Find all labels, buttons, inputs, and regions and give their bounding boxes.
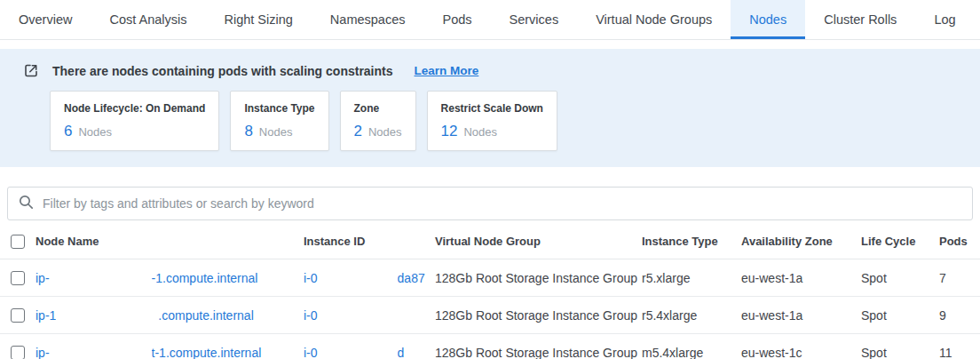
banner-message: There are nodes containing pods with sca… (52, 64, 393, 78)
card-count: 6 (64, 123, 72, 140)
search-icon (19, 195, 34, 213)
card-count: 12 (441, 123, 458, 140)
redacted-text (318, 268, 398, 288)
node-name-suffix: .compute.internal (158, 308, 253, 323)
redacted-text (50, 343, 152, 359)
redacted-text (318, 306, 398, 325)
node-name-prefix: ip- (36, 271, 50, 285)
column-header-node-name[interactable]: Node Name (36, 235, 304, 248)
instance-id-prefix: i-0 (304, 308, 318, 323)
card-title: Node Lifecycle: On Demand (64, 102, 205, 115)
tab-overview[interactable]: Overview (0, 0, 91, 39)
availability-zone-cell: eu-west-1c (741, 346, 861, 359)
virtual-node-group-cell: 128Gb Root Storage Instance Group (435, 308, 642, 323)
scale-up-arrow-icon (23, 62, 40, 79)
table-row[interactable]: ip-1 .compute.internal i-0 128Gb Root St… (0, 297, 980, 334)
redacted-text (56, 306, 158, 325)
availability-zone-cell: eu-west-1a (741, 271, 861, 285)
tab-cost-analysis[interactable]: Cost Analysis (91, 0, 205, 39)
card-title: Zone (354, 102, 402, 115)
node-name-suffix: t-1.compute.internal (152, 346, 262, 359)
card-unit: Nodes (368, 125, 402, 139)
instance-id-link[interactable]: i-0 d (304, 346, 435, 359)
node-name-prefix: ip- (36, 346, 50, 359)
virtual-node-group-cell: 128Gb Root Storage Instance Group (435, 271, 642, 285)
instance-id-suffix: da87 (398, 271, 425, 285)
pods-cell: 11 (939, 346, 980, 359)
table-header-row: Node Name Instance ID Virtual Node Group… (0, 224, 980, 259)
row-checkbox[interactable] (11, 271, 25, 285)
life-cycle-cell: Spot (861, 346, 939, 359)
tab-nodes[interactable]: Nodes (731, 0, 805, 39)
search-input[interactable] (43, 196, 961, 211)
column-header-virtual-node-group[interactable]: Virtual Node Group (435, 235, 642, 248)
instance-id-prefix: i-0 (304, 271, 318, 285)
column-header-instance-type[interactable]: Instance Type (642, 235, 741, 248)
column-header-pods[interactable]: Pods (939, 235, 980, 248)
life-cycle-cell: Spot (861, 308, 939, 323)
scaling-constraints-banner: There are nodes containing pods with sca… (0, 49, 980, 167)
pods-cell: 9 (939, 308, 980, 323)
instance-type-cell: m5.4xlarge (642, 346, 741, 359)
instance-type-cell: r5.xlarge (642, 271, 741, 285)
redacted-text (50, 268, 152, 288)
instance-id-link[interactable]: i-0 (304, 308, 435, 323)
life-cycle-cell: Spot (861, 271, 939, 285)
node-name-link[interactable]: ip- -1.compute.internal (36, 271, 304, 285)
card-instance-type[interactable]: Instance Type 8 Nodes (230, 91, 328, 151)
card-unit: Nodes (78, 125, 112, 139)
row-checkbox[interactable] (11, 308, 25, 323)
tab-log[interactable]: Log (915, 0, 974, 39)
card-node-lifecycle-on-demand[interactable]: Node Lifecycle: On Demand 6 Nodes (50, 91, 219, 151)
row-checkbox[interactable] (11, 346, 25, 359)
tab-cluster-rolls[interactable]: Cluster Rolls (805, 0, 915, 39)
table-row[interactable]: ip- t-1.compute.internal i-0 d 128Gb Roo… (0, 334, 980, 359)
card-count: 2 (354, 123, 362, 140)
select-all-checkbox[interactable] (11, 235, 25, 249)
card-restrict-scale-down[interactable]: Restrict Scale Down 12 Nodes (427, 91, 557, 151)
tab-virtual-node-groups[interactable]: Virtual Node Groups (577, 0, 731, 39)
tab-services[interactable]: Services (491, 0, 578, 39)
card-title: Instance Type (244, 102, 314, 115)
card-unit: Nodes (259, 125, 293, 139)
tab-pods[interactable]: Pods (423, 0, 490, 39)
node-name-link[interactable]: ip-1 .compute.internal (36, 308, 304, 323)
tab-right-sizing[interactable]: Right Sizing (205, 0, 311, 39)
card-title: Restrict Scale Down (441, 102, 543, 115)
instance-type-cell: r5.4xlarge (642, 308, 741, 323)
column-header-instance-id[interactable]: Instance ID (304, 235, 435, 248)
tab-bar: Overview Cost Analysis Right Sizing Name… (0, 0, 980, 40)
node-name-link[interactable]: ip- t-1.compute.internal (36, 346, 304, 359)
instance-id-prefix: i-0 (304, 346, 318, 359)
table-row[interactable]: ip- -1.compute.internal i-0 da87 128Gb R… (0, 259, 980, 297)
card-count: 8 (244, 123, 252, 140)
constraint-summary-cards: Node Lifecycle: On Demand 6 Nodes Instan… (50, 91, 966, 151)
node-name-prefix: ip-1 (36, 308, 56, 323)
instance-id-link[interactable]: i-0 da87 (304, 271, 435, 285)
card-unit: Nodes (463, 125, 497, 139)
column-header-availability-zone[interactable]: Availability Zone (741, 235, 861, 248)
tab-namespaces[interactable]: Namespaces (312, 0, 424, 39)
pods-cell: 7 (939, 271, 980, 285)
learn-more-link[interactable]: Learn More (415, 64, 479, 77)
availability-zone-cell: eu-west-1a (741, 308, 861, 323)
virtual-node-group-cell: 128Gb Root Storage Instance Group (435, 346, 642, 359)
node-name-suffix: -1.compute.internal (152, 271, 258, 285)
card-zone[interactable]: Zone 2 Nodes (340, 91, 416, 151)
instance-id-suffix: d (398, 346, 405, 359)
filter-search-bar (7, 187, 973, 220)
column-header-life-cycle[interactable]: Life Cycle (861, 235, 939, 248)
redacted-text (318, 343, 398, 359)
